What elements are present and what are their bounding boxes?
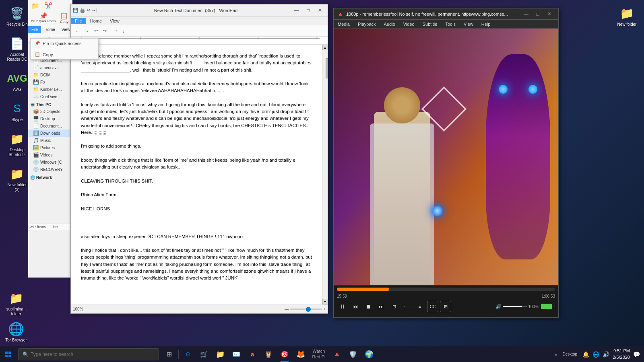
recycle-bin-image: 🗑️ <box>9 5 25 21</box>
wp-scroll-up[interactable]: ▲ <box>322 45 328 50</box>
tb-security-btn[interactable]: 🛡️ <box>345 346 361 362</box>
fe-item-downloads[interactable]: ⬇️Downloads <box>28 130 72 137</box>
vlc-menu-view[interactable]: View <box>460 21 477 27</box>
vlc-menu-playback[interactable]: Playback <box>354 21 380 27</box>
wp-zoom-control[interactable]: — + <box>285 307 326 311</box>
tor-browser-icon[interactable]: 🌐 Tor Browser <box>2 320 30 344</box>
vlc-menu-audio[interactable]: Audio <box>380 21 399 27</box>
new-folder-3-icon[interactable]: 📁 New folder (3) <box>4 165 30 193</box>
vlc-alien-container <box>486 54 550 259</box>
wp-tb-back[interactable]: ← <box>73 28 81 34</box>
vlc-menu-tools[interactable]: Tools <box>441 21 460 27</box>
vlc-stop-btn[interactable]: ⏹ <box>363 301 374 312</box>
desktop-shortcuts-icon[interactable]: 📁 Desktop Shortcuts <box>4 130 30 158</box>
vlc-playlist-btn[interactable]: ≡ <box>414 301 425 312</box>
wp-tb-up[interactable]: ↑ <box>113 28 120 34</box>
vlc-menu-video[interactable]: Video <box>399 21 419 27</box>
vlc-pause-btn[interactable]: ⏸ <box>337 301 348 312</box>
wordpad-scrollbar: ▲ ▼ <box>322 45 328 304</box>
vlc-minimize-btn[interactable]: — <box>520 10 532 18</box>
fe-item-americavr[interactable]: 📄americavr- <box>28 64 72 71</box>
wp-close-btn[interactable]: ✕ <box>314 6 326 14</box>
vlc-progress-bar-container[interactable] <box>337 288 555 291</box>
tb-notification-icon[interactable]: 🔔 <box>582 351 589 358</box>
wp-zoom-slider[interactable] <box>290 309 322 310</box>
tb-vlc-btn[interactable]: 🔺 <box>329 346 345 362</box>
tb-notification-center[interactable]: 💬 <box>633 351 640 358</box>
fe-item-kimber[interactable]: 📁Kimber Le... <box>28 86 72 93</box>
vlc-maximize-btn[interactable]: □ <box>532 10 543 18</box>
fe-item-recovery[interactable]: 💿RECOVERY <box>28 166 72 173</box>
tb-target-btn[interactable]: 🎯 <box>277 346 293 362</box>
tb-desktop-btn[interactable]: Desktop <box>560 351 579 357</box>
vlc-volume-slider[interactable] <box>503 306 527 307</box>
vlc-menu-help[interactable]: Help <box>477 21 495 27</box>
wp-menu-file[interactable]: File <box>71 18 86 24</box>
wp-menu-view[interactable]: View <box>106 18 124 24</box>
tb-edge-btn[interactable]: e <box>180 346 196 362</box>
vlc-menu-subtitle[interactable]: Subtitle <box>419 21 442 27</box>
vlc-settings-btn[interactable]: ⋮⋮ <box>401 301 413 312</box>
recycle-bin-icon[interactable]: 🗑️ Recycle Bin <box>4 4 30 28</box>
fe-item-docs2[interactable]: 📄Document... <box>28 122 72 130</box>
tb-store-btn[interactable]: 🛒 <box>196 346 212 362</box>
tb-tripadvisor-btn[interactable]: 🦉 <box>260 346 277 362</box>
fe-toolbar-icon2[interactable]: ✂️ <box>42 1 54 10</box>
context-menu-item-pin[interactable]: 📌 Pin to Quick access <box>31 39 98 48</box>
fe-item-dcim[interactable]: 📁DCIM <box>28 71 72 78</box>
skype-icon[interactable]: S Skype <box>4 99 30 123</box>
sublimina-folder-icon[interactable]: 📁 'sublimina... folder <box>2 289 30 318</box>
fe-item-windows[interactable]: 💿Windows (C <box>28 158 72 166</box>
vlc-aspect-btn[interactable]: ⊞ <box>440 301 451 312</box>
wp-scroll-down[interactable]: ▼ <box>322 299 328 304</box>
taskbar-clock[interactable]: 9:51 PM 2/5/2020 <box>613 348 630 360</box>
fe-item-f-drive[interactable]: 💾F:\ <box>28 78 72 86</box>
fe-item-3d[interactable]: 📦3D Objects <box>28 108 72 115</box>
new-folder-right[interactable]: 📁 New folder <box>614 4 640 28</box>
vlc-video-area[interactable] <box>334 29 558 285</box>
fe-item-videos[interactable]: 🎬Videos <box>28 151 72 158</box>
fe-item-desktop2[interactable]: 🖥️Desktop <box>28 115 72 122</box>
wp-menu-home[interactable]: Home <box>86 18 106 24</box>
tb-amazon-btn[interactable]: a <box>244 346 260 362</box>
wp-tb-undo[interactable]: ↩ <box>92 27 100 34</box>
fe-item-music[interactable]: 🎵Music <box>28 137 72 144</box>
tb-explorer-btn[interactable]: 📁 <box>212 346 228 362</box>
wp-minimize-btn[interactable]: — <box>291 6 302 14</box>
vlc-close-btn[interactable]: ✕ <box>544 10 555 18</box>
fe-tab-home[interactable]: Home <box>41 26 58 33</box>
fe-tab-file[interactable]: File <box>28 26 41 33</box>
wp-tb-forward[interactable]: → <box>83 28 91 34</box>
fe-toolbar-icon1[interactable]: 📁 <box>29 1 41 10</box>
vlc-prev-btn[interactable]: ⏮ <box>350 301 361 312</box>
vlc-fullscreen-btn[interactable]: ⊡ <box>388 301 400 312</box>
fe-item-pictures[interactable]: 🖼️Pictures <box>28 144 72 151</box>
tb-overflow-icon[interactable]: » <box>555 352 557 357</box>
taskbar-search-bar[interactable]: 🔍 <box>18 348 159 360</box>
tb-volume-icon[interactable]: 🔊 <box>603 351 609 358</box>
context-menu-item-copy[interactable]: 📋 Copy <box>31 50 98 59</box>
search-input[interactable] <box>31 352 155 357</box>
tb-watch-btn[interactable]: Watch Red Pi <box>309 346 329 362</box>
tb-firefox-btn[interactable]: 🦊 <box>293 346 309 362</box>
tb-browser2-btn[interactable]: 🌍 <box>361 346 377 362</box>
wp-paragraph-8: NICE HORNS <box>81 206 312 212</box>
fe-this-pc-title[interactable]: 💻 This PC <box>28 102 72 108</box>
fe-copy-btn[interactable]: 📋 Copy <box>58 11 70 25</box>
wp-tb-redo[interactable]: ↪ <box>101 27 109 34</box>
avg-icon[interactable]: AVG AVG <box>4 69 30 93</box>
fe-network-title[interactable]: 🌐 Network <box>28 175 72 181</box>
fe-item-onedrive[interactable]: ☁️OneDrive <box>28 93 72 100</box>
tb-network-icon[interactable]: 🌐 <box>592 351 599 358</box>
tb-mail-btn[interactable]: ✉️ <box>228 346 244 362</box>
wp-tb-down[interactable]: ↓ <box>121 28 127 34</box>
vlc-subtitle-btn[interactable]: CC <box>427 301 438 312</box>
vlc-menu-media[interactable]: Media <box>334 21 354 27</box>
acrobat-icon[interactable]: 📄 Acrobat Reader DC <box>4 34 30 63</box>
start-button[interactable] <box>0 346 16 362</box>
task-view-btn[interactable]: ⊞ <box>161 346 177 362</box>
wordpad-content[interactable]: form/audeience member while I repeat som… <box>71 45 322 304</box>
wp-maximize-btn[interactable]: □ <box>303 6 314 14</box>
fe-pin-quick-access[interactable]: 📌 Pin to Quick access <box>29 11 57 25</box>
vlc-next-btn[interactable]: ⏭ <box>376 301 387 312</box>
